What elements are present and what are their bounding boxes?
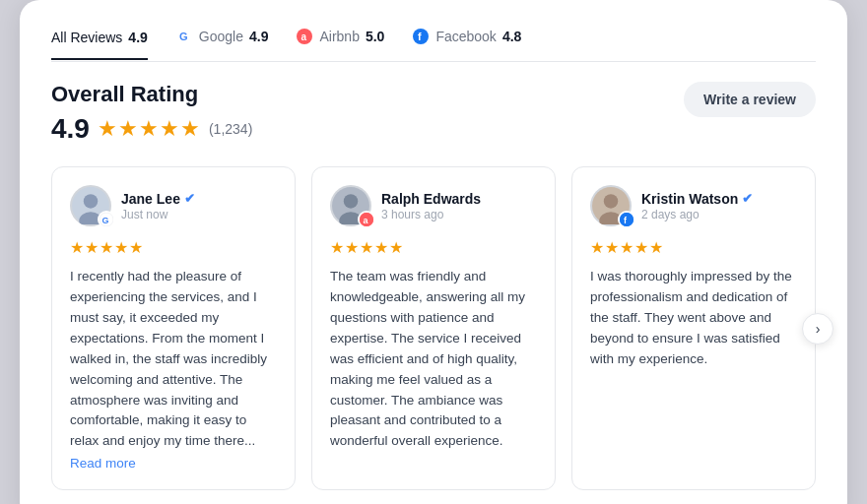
source-badge-0: G [98, 211, 115, 228]
reviews-grid: G Jane Lee ✔ Just now ★★★★★ I recently h… [51, 166, 816, 490]
reviewer-info-1: Ralph Edwards 3 hours ago [381, 191, 537, 221]
reviewer-name-0: Jane Lee ✔ [121, 191, 277, 207]
tab-airbnb-label: Airbnb [319, 29, 359, 44]
reviewer-header-1: a Ralph Edwards 3 hours ago [330, 185, 537, 226]
source-badge-1: a [358, 211, 375, 228]
svg-point-17 [604, 194, 618, 208]
rating-section: Overall Rating 4.9 ★★★★★ (1,234) [51, 82, 252, 145]
verified-icon-0: ✔ [184, 191, 195, 206]
tabs-bar: All Reviews 4.9 G Google 4.9 a Airbnb [51, 28, 816, 62]
overall-score: 4.9 [51, 113, 90, 145]
svg-text:G: G [102, 216, 109, 225]
overall-stars: ★★★★★ [98, 116, 201, 142]
facebook-icon: f [412, 28, 430, 45]
reviewer-info-0: Jane Lee ✔ Just now [121, 191, 277, 221]
review-text-2: I was thoroughly impressed by the profes… [590, 267, 797, 370]
source-badge-2: f [618, 211, 635, 228]
next-button[interactable]: › [802, 313, 834, 345]
verified-icon-2: ✔ [742, 191, 753, 206]
tab-facebook-score: 4.8 [502, 29, 521, 44]
overall-rating-title: Overall Rating [51, 82, 252, 107]
svg-text:G: G [179, 31, 188, 42]
reviewer-name-2: Kristin Watson ✔ [641, 191, 797, 207]
tab-all-label: All Reviews [51, 30, 122, 45]
avatar-wrap-2: f [590, 185, 632, 226]
review-text-0: I recently had the pleasure of experienc… [70, 267, 277, 452]
rating-score-row: 4.9 ★★★★★ (1,234) [51, 113, 252, 145]
tab-all-score: 4.9 [128, 30, 147, 45]
reviewer-info-2: Kristin Watson ✔ 2 days ago [641, 191, 797, 221]
tab-facebook-label: Facebook [435, 29, 496, 44]
write-review-button[interactable]: Write a review [684, 82, 816, 117]
read-more-link-0[interactable]: Read more [70, 456, 136, 471]
tab-facebook[interactable]: f Facebook 4.8 [412, 28, 521, 47]
reviewer-header-2: f Kristin Watson ✔ 2 days ago [590, 185, 797, 226]
tab-airbnb[interactable]: a Airbnb 5.0 [296, 28, 384, 47]
svg-text:f: f [418, 31, 422, 42]
svg-point-19 [620, 213, 634, 226]
review-time-2: 2 days ago [641, 208, 797, 221]
svg-text:a: a [301, 32, 307, 42]
review-stars-1: ★★★★★ [330, 238, 537, 257]
review-card-0: G Jane Lee ✔ Just now ★★★★★ I recently h… [51, 166, 296, 490]
tab-google-label: Google [199, 29, 243, 44]
airbnb-icon: a [296, 28, 313, 45]
reviewer-header-0: G Jane Lee ✔ Just now [70, 185, 277, 226]
review-card-1: a Ralph Edwards 3 hours ago ★★★★★ The te… [311, 166, 556, 490]
google-icon: G [175, 28, 193, 45]
overall-count: (1,234) [209, 121, 252, 137]
tab-google-score: 4.9 [249, 29, 268, 44]
rating-header: Overall Rating 4.9 ★★★★★ (1,234) Write a… [51, 82, 816, 145]
tab-airbnb-score: 5.0 [366, 29, 384, 44]
review-stars-2: ★★★★★ [590, 238, 797, 257]
tab-google[interactable]: G Google 4.9 [175, 28, 269, 47]
review-text-1: The team was friendly and knowledgeable,… [330, 267, 537, 452]
reviews-card: All Reviews 4.9 G Google 4.9 a Airbnb [20, 0, 847, 504]
review-time-0: Just now [121, 208, 277, 221]
avatar-wrap-1: a [330, 185, 371, 226]
reviewer-name-1: Ralph Edwards [381, 191, 537, 207]
svg-point-12 [344, 194, 358, 208]
avatar-wrap-0: G [70, 185, 111, 226]
review-card-2: f Kristin Watson ✔ 2 days ago ★★★★★ I wa… [571, 166, 816, 490]
svg-point-7 [84, 194, 98, 208]
review-stars-0: ★★★★★ [70, 238, 277, 257]
review-time-1: 3 hours ago [381, 208, 537, 221]
tab-all-reviews[interactable]: All Reviews 4.9 [51, 30, 148, 60]
